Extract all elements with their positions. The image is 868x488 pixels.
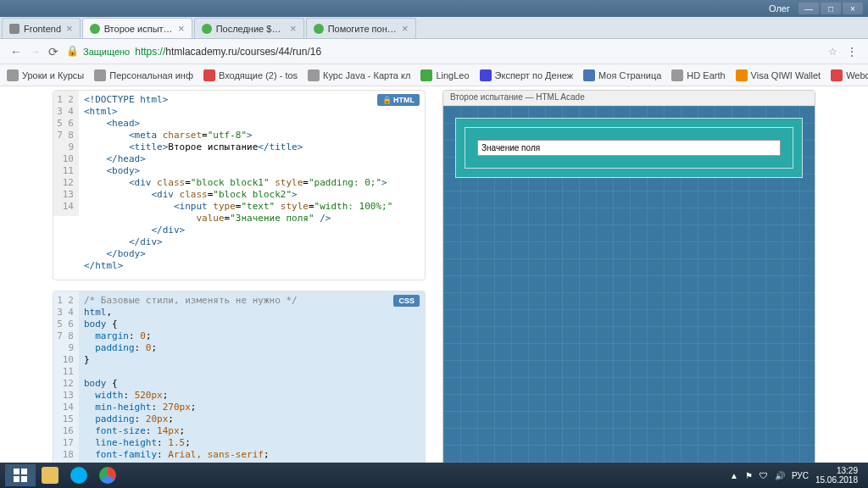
- maximize-button[interactable]: □: [821, 3, 841, 14]
- tab-label: Помогите понять шири: [328, 24, 397, 34]
- bookmark-item[interactable]: Персональная инф: [94, 69, 193, 81]
- browser-tab[interactable]: Frontend ×: [2, 18, 81, 38]
- tab-label: Последние $10. Блочна: [216, 24, 285, 34]
- tab-label: Второе испытание — Бл: [104, 24, 173, 34]
- reload-button[interactable]: ⟳: [44, 42, 63, 61]
- address-bar: ← → ⟳ 🔒 Защищено https://htmlacademy.ru/…: [0, 39, 868, 64]
- bookmark-item[interactable]: Visa QIWI Wallet: [736, 69, 821, 81]
- user-name: Олег: [769, 3, 790, 14]
- bookmark-icon: [94, 69, 106, 81]
- bookmark-icon: [831, 69, 843, 81]
- back-button[interactable]: ←: [7, 42, 25, 61]
- bookmark-star-icon[interactable]: ☆: [828, 46, 837, 58]
- bookmark-icon: [671, 69, 683, 81]
- bookmark-item[interactable]: Эксперт по Денеж: [480, 69, 574, 81]
- minimize-button[interactable]: —: [798, 3, 819, 14]
- bookmark-item[interactable]: Моя Страница: [583, 69, 661, 81]
- lock-icon: 🔒: [66, 45, 80, 58]
- browser-tab[interactable]: Последние $10. Блочна ×: [194, 18, 304, 38]
- tab-label: Frontend: [24, 24, 61, 34]
- bookmark-icon: [420, 69, 432, 81]
- bookmark-item[interactable]: Webcam Toy: [831, 69, 868, 81]
- close-icon[interactable]: ×: [66, 22, 73, 35]
- bookmarks-bar: Уроки и Курсы Персональная инф Входящие …: [0, 64, 868, 86]
- close-window-button[interactable]: ×: [843, 3, 863, 14]
- window-titlebar: Олег — □ ×: [0, 0, 868, 17]
- bookmark-item[interactable]: Уроки и Курсы: [7, 69, 84, 81]
- bookmark-icon: [736, 69, 748, 81]
- browser-tab[interactable]: Помогите понять шири ×: [306, 18, 416, 38]
- bookmark-icon: [308, 69, 320, 81]
- bookmark-icon: [583, 69, 595, 81]
- bookmark-icon: [203, 69, 215, 81]
- bookmark-item[interactable]: Входящие (2) - tos: [203, 69, 298, 81]
- tab-icon: [9, 24, 19, 34]
- menu-icon[interactable]: ⋮: [843, 42, 861, 61]
- close-icon[interactable]: ×: [402, 22, 409, 35]
- secure-label: Защищено: [83, 47, 130, 57]
- bookmark-icon: [480, 69, 492, 81]
- tab-icon: [314, 24, 324, 34]
- browser-tab-active[interactable]: Второе испытание — Бл ×: [82, 18, 192, 38]
- browser-tabbar: Frontend × Второе испытание — Бл × После…: [0, 17, 868, 39]
- tab-icon: [202, 24, 212, 34]
- tab-icon: [90, 24, 100, 34]
- bookmark-item[interactable]: HD Earth: [671, 69, 725, 81]
- close-icon[interactable]: ×: [290, 22, 297, 35]
- close-icon[interactable]: ×: [178, 22, 185, 35]
- url-field[interactable]: https://htmlacademy.ru/courses/44/run/16: [135, 46, 823, 58]
- bookmark-item[interactable]: LingLeo: [420, 69, 469, 81]
- forward-button[interactable]: →: [25, 42, 44, 61]
- bookmark-item[interactable]: Курс Java - Карта кл: [308, 69, 410, 81]
- bookmark-icon: [7, 69, 19, 81]
